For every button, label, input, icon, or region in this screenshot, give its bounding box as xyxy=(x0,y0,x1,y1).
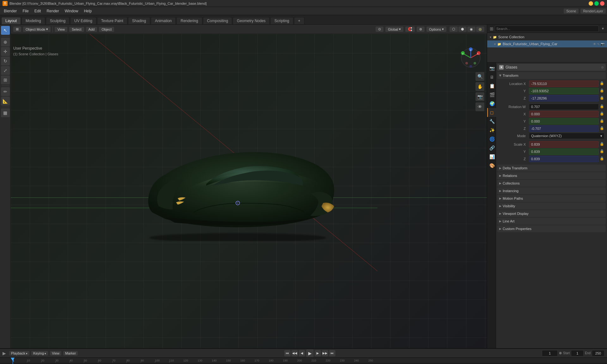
visibility-eye[interactable]: 👁 xyxy=(593,42,596,46)
solid-shading[interactable]: ⬢ xyxy=(458,27,467,32)
tab-geometry-nodes[interactable]: Geometry Nodes xyxy=(233,17,270,24)
prop-tab-physics[interactable]: 🌀 xyxy=(487,135,496,143)
tab-scripting[interactable]: Scripting xyxy=(270,17,293,24)
tool-select[interactable]: ↖ xyxy=(1,26,10,35)
object-mode-dropdown[interactable]: Object Mode ▾ xyxy=(23,27,51,32)
prop-tab-particles[interactable]: ✨ xyxy=(487,126,496,135)
rotation-y-field[interactable]: 0.000 xyxy=(529,118,599,124)
viewport-display-header[interactable]: ▶ Viewport Display xyxy=(497,210,606,217)
tab-shading[interactable]: Shading xyxy=(128,17,150,24)
prev-keyframe-button[interactable]: ◀◀ xyxy=(291,350,298,356)
next-frame-button[interactable]: ▶ xyxy=(315,350,321,356)
prop-tab-render[interactable]: 📷 xyxy=(487,64,496,73)
render-camera[interactable]: 📷 xyxy=(601,42,604,46)
outliner-search[interactable] xyxy=(495,26,599,32)
selectability-cursor[interactable]: ↖ xyxy=(597,42,600,46)
jump-start-button[interactable]: ⏮ xyxy=(284,350,291,356)
location-x-field[interactable]: -79.53110 xyxy=(529,81,599,87)
tool-rotate[interactable]: ↻ xyxy=(1,57,10,65)
tab-rendering[interactable]: Rendering xyxy=(176,17,202,24)
keying-dropdown[interactable]: Keying xyxy=(31,351,48,355)
transform-section-header[interactable]: ▶ Transform xyxy=(497,72,606,79)
current-frame-field[interactable]: 1 xyxy=(542,350,558,356)
menu-edit[interactable]: Edit xyxy=(32,8,44,14)
instancing-header[interactable]: ▶ Instancing xyxy=(497,187,606,194)
transform-pivot[interactable]: ⊙ xyxy=(376,27,383,32)
tool-add[interactable]: ▦ xyxy=(1,108,10,117)
location-y-field[interactable]: -103.93052 xyxy=(529,88,599,94)
tab-texture-paint[interactable]: Texture Paint xyxy=(97,17,127,24)
prop-tab-data[interactable]: 📊 xyxy=(487,152,496,161)
options-button[interactable]: Options ▾ xyxy=(426,27,446,32)
location-z-field[interactable]: -17.28296 xyxy=(529,95,599,101)
outliner-car-object[interactable]: ▾ 📁 Black_Futuristic_Urban_Flying_Car 👁 … xyxy=(487,40,607,47)
rotation-x-field[interactable]: 0.000 xyxy=(529,111,599,117)
tab-sculpting[interactable]: Sculpting xyxy=(46,17,70,24)
prop-tab-output[interactable]: 🖥 xyxy=(487,73,496,82)
prop-tab-view-layer[interactable]: 📋 xyxy=(487,82,496,90)
add-menu[interactable]: Add xyxy=(86,27,97,32)
prop-tab-material[interactable]: 🎨 xyxy=(487,161,496,170)
scene-selector[interactable]: Scene xyxy=(564,9,579,14)
render-layer-selector[interactable]: RenderLayer xyxy=(580,9,606,14)
menu-window[interactable]: Window xyxy=(62,8,81,14)
view-menu[interactable]: View xyxy=(55,27,67,32)
viewport-canvas[interactable]: User Perspective (1) Scene Collection | … xyxy=(11,34,487,348)
view-menu-tl[interactable]: View xyxy=(50,351,61,355)
scale-z-lock[interactable]: 🔒 xyxy=(599,156,604,161)
line-art-header[interactable]: ▶ Line Art xyxy=(497,218,606,225)
marker-menu-tl[interactable]: Marker xyxy=(63,351,78,355)
pan-button[interactable]: ✋ xyxy=(475,82,484,91)
tool-move[interactable]: ✛ xyxy=(1,47,10,56)
rotation-y-lock[interactable]: 🔒 xyxy=(599,118,604,123)
visibility-header[interactable]: ▶ Visibility xyxy=(497,203,606,209)
prop-tab-world[interactable]: 🌍 xyxy=(487,99,496,108)
tool-transform[interactable]: ⊞ xyxy=(1,76,10,84)
object-settings-icon[interactable]: ⚙ xyxy=(601,66,604,69)
delta-transform-header[interactable]: ▶ Delta Transform xyxy=(497,165,606,172)
rotation-x-lock[interactable]: 🔒 xyxy=(599,111,604,116)
prop-tab-modifier[interactable]: 🔧 xyxy=(487,117,496,126)
menu-help[interactable]: Help xyxy=(81,8,94,14)
jump-end-button[interactable]: ⏭ xyxy=(329,350,335,356)
proportional-edit[interactable]: ⊚ xyxy=(417,27,425,32)
tool-measure[interactable]: 📐 xyxy=(1,97,10,106)
prev-frame-button[interactable]: ◀ xyxy=(299,350,305,356)
wireframe-shading[interactable]: ⬡ xyxy=(450,27,458,32)
location-z-lock[interactable]: 🔒 xyxy=(599,95,604,100)
visibility-button[interactable]: 👁 xyxy=(475,102,484,111)
tab-add[interactable]: + xyxy=(294,17,304,24)
rotation-z-field[interactable]: -0.707 xyxy=(529,125,599,132)
scale-x-field[interactable]: 0.839 xyxy=(529,141,599,148)
scale-x-lock[interactable]: 🔒 xyxy=(599,141,604,146)
custom-properties-header[interactable]: ▶ Custom Properties xyxy=(497,225,606,232)
start-frame-field[interactable]: 1 xyxy=(571,350,584,356)
play-button[interactable]: ▶ xyxy=(306,349,314,357)
tab-compositing[interactable]: Compositing xyxy=(203,17,232,24)
collections-header[interactable]: ▶ Collections xyxy=(497,180,606,187)
prop-tab-scene[interactable]: 🎬 xyxy=(487,90,496,99)
tool-cursor[interactable]: ⊕ xyxy=(1,38,10,46)
menu-file[interactable]: File xyxy=(20,8,31,14)
tab-layout[interactable]: Layout xyxy=(1,17,21,24)
motion-paths-header[interactable]: ▶ Motion Paths xyxy=(497,195,606,202)
snap-toggle[interactable]: 🧲 xyxy=(405,27,415,32)
tool-annotate[interactable]: ✏ xyxy=(1,87,10,96)
playback-dropdown[interactable]: Playback xyxy=(9,351,29,355)
tool-scale[interactable]: ⤢ xyxy=(1,66,10,75)
rotation-w-field[interactable]: 0.707 xyxy=(529,104,599,110)
tab-animation[interactable]: Animation xyxy=(151,17,176,24)
object-menu[interactable]: Object xyxy=(99,27,114,32)
rendered-shading[interactable]: ◎ xyxy=(476,27,484,32)
camera-button[interactable]: 📷 xyxy=(475,92,484,101)
viewport[interactable]: ⊞ Object Mode ▾ View Select Add Object ⊙… xyxy=(11,25,487,348)
rotation-mode-dropdown[interactable]: Quaternion (WXYZ) ▾ xyxy=(529,133,604,139)
location-y-lock[interactable]: 🔒 xyxy=(599,88,604,93)
menu-render[interactable]: Render xyxy=(44,8,61,14)
transform-orientation[interactable]: Global ▾ xyxy=(385,27,403,32)
scale-y-field[interactable]: 0.839 xyxy=(529,149,599,155)
rotation-z-lock[interactable]: 🔒 xyxy=(599,125,604,130)
relations-header[interactable]: ▶ Relations xyxy=(497,172,606,179)
scale-z-field[interactable]: 0.839 xyxy=(529,156,599,162)
close-button[interactable] xyxy=(600,1,604,6)
